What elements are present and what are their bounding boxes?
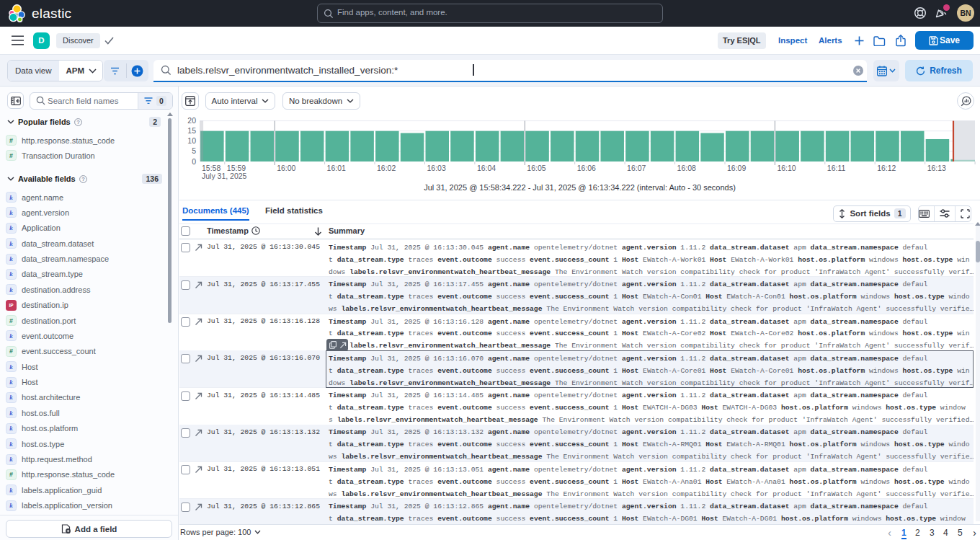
svg-text:16:10: 16:10 [777, 164, 796, 172]
svg-text:16:07: 16:07 [627, 164, 646, 172]
svg-text:16:01: 16:01 [327, 164, 346, 172]
svg-text:5: 5 [192, 146, 196, 155]
svg-text:16:03: 16:03 [427, 164, 446, 172]
svg-text:July 31, 2025: July 31, 2025 [202, 172, 247, 180]
svg-text:15: 15 [187, 126, 196, 135]
svg-text:16:08: 16:08 [677, 164, 696, 172]
svg-text:16:04: 16:04 [477, 164, 496, 172]
svg-text:16:09: 16:09 [727, 164, 746, 172]
svg-text:20: 20 [187, 116, 196, 125]
svg-text:16:06: 16:06 [577, 164, 596, 172]
svg-text:0: 0 [192, 157, 196, 166]
svg-text:16:12: 16:12 [877, 164, 896, 172]
svg-text:?: ? [76, 119, 80, 125]
svg-text:16:00: 16:00 [277, 164, 295, 172]
svg-text:16:05: 16:05 [527, 164, 545, 172]
svg-text:16:13: 16:13 [927, 164, 946, 172]
svg-text:10: 10 [187, 136, 196, 145]
svg-text:?: ? [81, 176, 85, 182]
svg-text:16:11: 16:11 [827, 164, 846, 172]
svg-text:16:02: 16:02 [377, 164, 396, 172]
